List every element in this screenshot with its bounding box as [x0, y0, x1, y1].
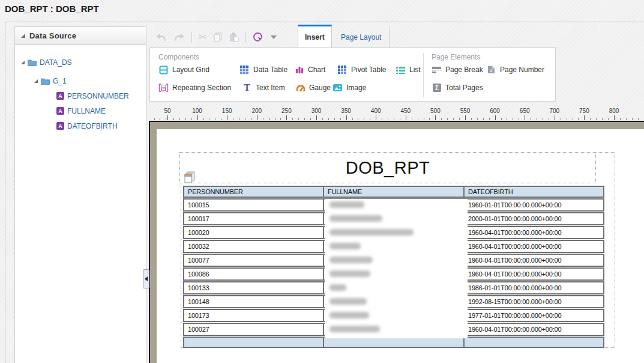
component-label: Chart [308, 66, 325, 74]
redacted-name [330, 298, 367, 305]
ruler-label: 600 [490, 108, 500, 114]
horizontal-ruler: 5010015020025030035040045050055060065070… [149, 106, 644, 121]
table-cell-person-number[interactable]: 100015 [184, 200, 324, 210]
interactive-preview-button[interactable] [253, 32, 264, 43]
ruler-label: 50 [164, 108, 170, 114]
component-layout-grid[interactable]: Layout Grid [158, 64, 209, 76]
redo-button[interactable] [173, 33, 185, 42]
table-cell-person-number[interactable]: 100148 [184, 296, 324, 307]
undo-button[interactable] [155, 33, 167, 42]
table-cell-person-number[interactable]: 100027 [184, 324, 324, 335]
column-header[interactable]: FULLNAME [324, 187, 465, 197]
repeating-section-icon [158, 84, 169, 92]
column-header[interactable]: DATEOFBIRTH [465, 187, 603, 197]
tree-item-personnumber[interactable]: APERSONNUMBER [15, 88, 146, 103]
table-cell-person-number[interactable]: 100077 [184, 255, 324, 266]
table-cell-date-of-birth[interactable]: 1992-08-15T00:00:00.000+00:00 [465, 296, 603, 307]
tree-item-label: PERSONNUMBER [67, 92, 129, 100]
table-cell-date-of-birth[interactable]: 1960-04-01T00:00:00.000+00:00 [465, 227, 603, 238]
tab-page-layout[interactable]: Page Layout [333, 26, 390, 47]
data-source-panel: Data Source DATA_DSG_1APERSONNUMBERAFULL… [14, 26, 146, 363]
tree-item-fullname[interactable]: AFULLNAME [15, 103, 146, 118]
field-icon: A [56, 122, 64, 130]
ruler-label: 650 [520, 108, 530, 114]
table-cell-date-of-birth[interactable]: 1960-01-01T00:00:00.000+00:00 [465, 200, 603, 210]
tree-item-label: DATEOFBIRTH [67, 122, 118, 130]
component-label: Text Item [256, 84, 285, 92]
paste-button[interactable] [229, 32, 239, 42]
component-image[interactable]: Image [333, 82, 366, 94]
ruler-label: 450 [400, 108, 411, 114]
component-data-table[interactable]: Data Table [239, 64, 287, 76]
component-label: Image [346, 84, 366, 92]
folder-icon [28, 59, 37, 66]
text-item-icon: T [242, 84, 252, 92]
tab-insert[interactable]: Insert [298, 25, 332, 47]
ruler-label: 150 [222, 108, 232, 114]
tree-item-dateofbirth[interactable]: ADATEOFBIRTH [15, 118, 146, 133]
window-title: DOB_RPT : DOB_RPT [0, 0, 644, 18]
copy-button[interactable] [213, 32, 223, 42]
table-cell-person-number[interactable]: 100017 [184, 213, 324, 224]
expand-icon[interactable] [21, 61, 25, 64]
components-group-title: Components [158, 53, 199, 61]
cut-button[interactable]: ✂ [199, 32, 206, 42]
page-element-page-number[interactable]: #Page Number [486, 64, 544, 76]
panel-collapse-handle[interactable] [143, 269, 149, 288]
repeating-section-indicator-icon[interactable] [184, 171, 196, 187]
page-element-page-break[interactable]: Page Break [432, 64, 483, 76]
redacted-name [330, 201, 364, 208]
ruler-label: 500 [430, 108, 441, 114]
interactive-preview-icon [253, 32, 264, 43]
table-cell-date-of-birth[interactable]: 1986-01-01T00:00:00.000+00:00 [465, 282, 603, 293]
toolbar-separator [191, 32, 192, 43]
toolbar-separator [245, 32, 246, 43]
gauge-icon [295, 84, 305, 92]
table-cell-person-number[interactable]: 100086 [184, 269, 324, 279]
component-text-item[interactable]: TText Item [242, 82, 285, 94]
scissors-icon: ✂ [199, 32, 206, 42]
data-source-header[interactable]: Data Source [15, 27, 146, 45]
table-cell-person-number[interactable]: 100133 [184, 282, 324, 293]
data-source-tree: DATA_DSG_1APERSONNUMBERAFULLNAMEADATEOFB… [15, 45, 146, 133]
table-cell-date-of-birth[interactable]: 1960-04-01T00:00:00.000+00:00 [465, 241, 603, 252]
folder-icon [41, 78, 50, 85]
report-title-item[interactable]: DOB_RPT [179, 152, 596, 183]
table-cell-date-of-birth[interactable]: 2000-01-01T00:00:00.000+00:00 [465, 213, 603, 224]
tree-item-g_1[interactable]: G_1 [15, 73, 146, 88]
table-footer-cell [324, 338, 465, 347]
ribbon-separator [423, 53, 424, 97]
redacted-name [330, 215, 382, 222]
table-cell-date-of-birth[interactable]: 1960-04-01T00:00:00.000+00:00 [465, 324, 603, 335]
tree-item-data_ds[interactable]: DATA_DS [15, 55, 146, 70]
component-chart[interactable]: Chart [294, 64, 325, 76]
ruler-label: 300 [311, 108, 322, 114]
page-element-label: Page Number [500, 66, 544, 74]
ruler-label: 100 [192, 108, 202, 114]
chevron-down-icon [271, 35, 277, 39]
component-pivot-table[interactable]: Pivot Table [337, 64, 386, 76]
column-header[interactable]: PERSONNUMBER [184, 187, 324, 197]
table-cell-date-of-birth[interactable]: 1977-01-01T00:00:00.000+00:00 [465, 310, 603, 321]
component-list[interactable]: List [396, 64, 421, 76]
preview-dropdown-button[interactable] [271, 35, 277, 39]
component-repeating-section[interactable]: Repeating Section [158, 82, 231, 94]
edit-toolbar: ✂ [155, 31, 277, 44]
table-cell-person-number[interactable]: 100020 [184, 227, 324, 238]
page-element-total-pages[interactable]: ΣTotal Pages [432, 82, 483, 94]
image-icon [333, 84, 343, 91]
table-cell-person-number[interactable]: 100032 [184, 241, 324, 252]
copy-icon [213, 32, 223, 42]
table-cell-person-number[interactable]: 100173 [184, 310, 324, 321]
ruler-major-ticks [149, 115, 644, 120]
tree-item-label: G_1 [53, 77, 67, 85]
component-gauge[interactable]: Gauge [295, 82, 331, 94]
table-cell-date-of-birth[interactable]: 1960-04-01T00:00:00.000+00:00 [465, 269, 603, 279]
table-header-row[interactable]: PERSONNUMBERFULLNAMEDATEOFBIRTH [183, 186, 604, 198]
table-cell-date-of-birth[interactable]: 1960-04-01T00:00:00.000+00:00 [465, 255, 603, 266]
component-label: Layout Grid [172, 66, 209, 74]
expand-icon[interactable] [34, 79, 38, 83]
redacted-name [330, 229, 414, 236]
ruler-label: 700 [549, 108, 559, 114]
component-label: Repeating Section [172, 84, 231, 92]
